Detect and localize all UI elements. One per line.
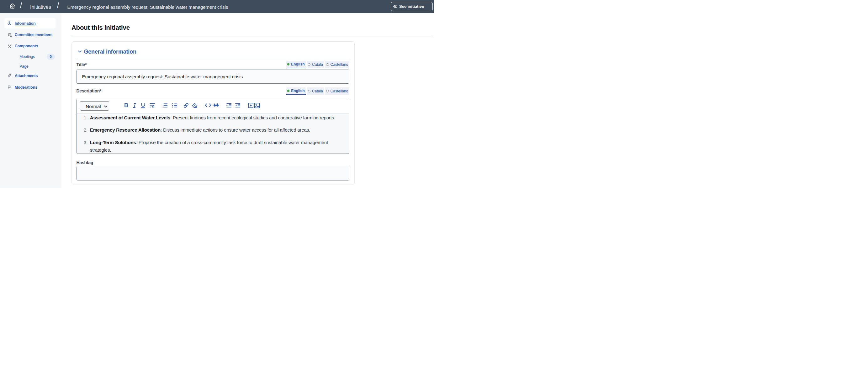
svg-text:3: 3 xyxy=(162,106,163,107)
